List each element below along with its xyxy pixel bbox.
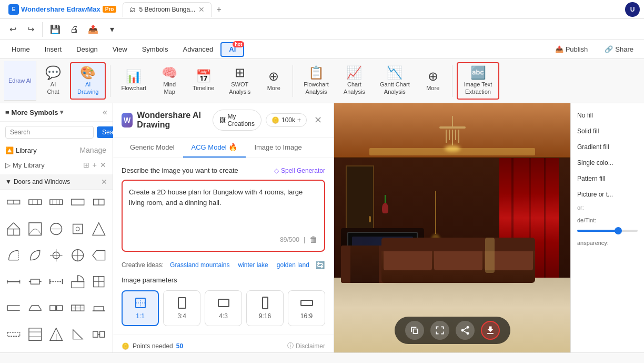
fill-single-color[interactable]: Single colo... <box>571 155 644 171</box>
shape-item[interactable] <box>89 299 108 318</box>
shape-item[interactable] <box>47 299 66 318</box>
shape-item[interactable] <box>4 325 23 344</box>
ribbon-more-1[interactable]: ⊕ More <box>259 67 288 95</box>
close-panel-button[interactable]: ✕ <box>311 113 325 127</box>
fill-pattern[interactable]: Pattern fill <box>571 171 644 187</box>
fill-no-fill[interactable]: No fill <box>571 107 644 123</box>
expand-image-button[interactable] <box>430 321 449 340</box>
shape-item[interactable] <box>4 246 23 264</box>
shape-item[interactable] <box>25 325 44 344</box>
ratio-16-9[interactable]: 16:9 <box>288 290 325 326</box>
shape-item[interactable] <box>25 299 44 318</box>
shape-item[interactable] <box>68 325 87 344</box>
shape-item[interactable] <box>4 219 23 238</box>
share-button[interactable]: 🔗 Share <box>598 43 640 55</box>
shape-item[interactable] <box>68 219 87 238</box>
manage-link[interactable]: Manage <box>78 145 107 155</box>
shape-item[interactable] <box>4 193 23 212</box>
idea-tag-1[interactable]: Grassland mountains <box>168 260 232 270</box>
shade-tint-slider[interactable] <box>577 230 638 232</box>
ribbon-mind-map[interactable]: 🧠 MindMap <box>155 63 184 98</box>
ratio-9-16[interactable]: 9:16 <box>246 290 284 326</box>
shape-item[interactable] <box>25 193 44 212</box>
shape-item[interactable] <box>68 272 87 291</box>
shape-item[interactable] <box>47 325 66 344</box>
image-params-section: Image parameters 1:1 3:4 <box>113 276 334 335</box>
fill-picture[interactable]: Picture or t... <box>571 187 644 202</box>
add-to-lib-button[interactable]: + <box>92 160 98 170</box>
menu-ai[interactable]: AI hot <box>220 42 244 57</box>
shape-item[interactable] <box>25 219 44 238</box>
tab-acg-model[interactable]: ACG Model 🔥 <box>183 138 246 158</box>
ribbon-chart-analysis[interactable]: 📈 ChartAnalysis <box>337 63 371 98</box>
shape-item[interactable] <box>47 193 66 212</box>
shape-item[interactable] <box>47 272 66 291</box>
shape-item[interactable] <box>68 299 87 318</box>
menu-home[interactable]: Home <box>4 42 37 57</box>
tab-active[interactable]: 🗂 5 Bedroom Bunga... ✕ <box>123 2 212 17</box>
shape-item[interactable] <box>89 272 108 291</box>
tab-close[interactable]: ✕ <box>198 5 205 14</box>
category-close-button[interactable]: ✕ <box>101 178 107 186</box>
menu-insert[interactable]: Insert <box>37 42 69 57</box>
ribbon-swot[interactable]: ⊞ SWOTAnalysis <box>223 63 257 98</box>
tab-generic-model[interactable]: Generic Model <box>122 138 183 158</box>
ratio-4-3[interactable]: 4:3 <box>205 290 242 326</box>
shape-item[interactable] <box>47 246 66 264</box>
points-button[interactable]: 🪙 100k + <box>266 113 307 127</box>
describe-textarea[interactable]: Create a 2D house plan for Bungalow with… <box>129 187 318 229</box>
publish-button[interactable]: 📤 Publish <box>549 43 595 55</box>
menu-view[interactable]: View <box>105 42 135 57</box>
ribbon-timeline[interactable]: 📅 Timeline <box>186 67 220 95</box>
shape-item[interactable] <box>89 325 108 344</box>
shape-item[interactable] <box>89 246 108 264</box>
shape-item[interactable] <box>47 219 66 238</box>
search-input[interactable] <box>5 126 94 139</box>
delete-text-button[interactable]: 🗑 <box>309 235 318 244</box>
copy-image-button[interactable] <box>405 321 424 340</box>
idea-tag-3[interactable]: golden land <box>275 260 311 270</box>
shape-item[interactable] <box>89 219 108 238</box>
more-arrow-button[interactable]: ▾ <box>104 23 120 36</box>
idea-tag-2[interactable]: winter lake <box>236 260 270 270</box>
redo-button[interactable]: ↪ <box>22 23 39 36</box>
save-button[interactable]: 💾 <box>46 23 65 36</box>
menu-design[interactable]: Design <box>69 42 105 57</box>
print-button[interactable]: 🖨 <box>66 23 83 36</box>
shape-item[interactable] <box>25 246 44 264</box>
menu-symbols[interactable]: Symbols <box>135 42 176 57</box>
user-avatar[interactable]: U <box>625 2 640 17</box>
undo-button[interactable]: ↩ <box>4 23 21 36</box>
new-folder-button[interactable]: ⊞ <box>82 160 90 170</box>
menu-advanced[interactable]: Advanced <box>175 42 220 57</box>
shape-item[interactable] <box>4 299 23 318</box>
refresh-ideas-button[interactable]: 🔄 <box>316 261 325 269</box>
ratio-3-4[interactable]: 3:4 <box>163 290 200 326</box>
my-creations-button[interactable]: 🖼 My Creations <box>213 110 261 131</box>
ribbon-ai-chat[interactable]: 💬 AIChat <box>38 63 68 98</box>
shape-item[interactable] <box>4 272 23 291</box>
ribbon-flowchart[interactable]: 📊 Flowchart <box>115 67 153 95</box>
ribbon-ai-drawing[interactable]: 🎨 AIDrawing <box>70 62 106 99</box>
export-button[interactable]: 📤 <box>84 23 103 36</box>
canvas-container[interactable] <box>334 103 570 352</box>
close-lib-button[interactable]: ✕ <box>99 160 107 170</box>
shape-item[interactable] <box>89 193 108 212</box>
ribbon-more-2[interactable]: ⊕ More <box>418 67 448 95</box>
sidebar-collapse-button[interactable]: « <box>103 107 107 117</box>
ribbon-gantt[interactable]: 📉 Gantt ChartAnalysis <box>374 63 416 98</box>
shape-item[interactable] <box>68 246 87 264</box>
fill-gradient[interactable]: Gradient fill <box>571 139 644 155</box>
shape-item[interactable] <box>68 193 87 212</box>
fill-solid[interactable]: Solid fill <box>571 123 644 139</box>
spell-generator-button[interactable]: ◇ Spell Generator <box>274 167 325 174</box>
disclaimer-button[interactable]: ⓘ Disclaimer <box>287 341 325 350</box>
share-image-button[interactable] <box>456 321 475 340</box>
tab-image-to-image[interactable]: Image to Image <box>246 138 310 158</box>
ribbon-image-text[interactable]: 🔤 Image TextExtraction <box>457 62 500 99</box>
tab-add-button[interactable]: + <box>213 3 225 16</box>
ribbon-flowchart-analysis[interactable]: 📋 FlowchartAnalysis <box>297 63 335 98</box>
download-image-button[interactable] <box>481 321 500 340</box>
shape-item[interactable] <box>25 272 44 291</box>
ratio-1-1[interactable]: 1:1 <box>122 290 159 326</box>
